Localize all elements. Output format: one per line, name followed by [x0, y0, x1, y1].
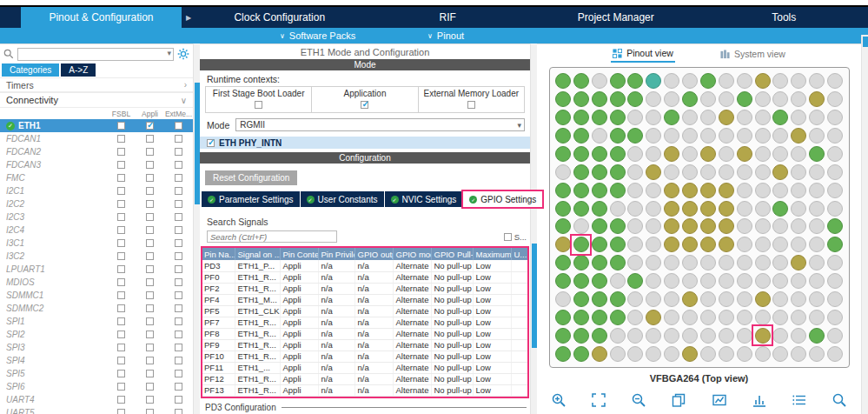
extme-checkbox-fdcan1[interactable]	[175, 135, 182, 143]
bga-pin[interactable]	[664, 255, 679, 270]
table-row-pf5[interactable]: PF5ETH1_CLKApplin/an/aAlternate ...No pu…	[202, 305, 528, 317]
bga-pin[interactable]	[791, 91, 806, 107]
bga-pin[interactable]	[573, 218, 589, 234]
tab-pinout-view[interactable]: Pinout view	[611, 45, 675, 63]
bga-pin[interactable]	[700, 310, 716, 325]
bga-pin[interactable]	[791, 201, 806, 217]
bga-pin[interactable]	[700, 328, 716, 344]
bga-pin[interactable]	[592, 310, 607, 325]
config-tab-parameter-settings[interactable]: ✓Parameter Settings	[202, 191, 300, 207]
nav-tab-rif[interactable]: RIF	[364, 7, 533, 28]
bga-pin[interactable]	[737, 237, 752, 252]
bga-pin[interactable]	[592, 110, 607, 125]
bga-pin[interactable]	[827, 128, 843, 144]
bga-pin[interactable]	[646, 128, 661, 144]
bga-pin[interactable]	[827, 91, 843, 107]
bga-pin[interactable]	[700, 164, 716, 180]
sidebar-item-i2c4[interactable]: I2C4	[0, 224, 193, 237]
extme-checkbox-i2c4[interactable]	[175, 226, 182, 234]
fsbl-checkbox-fdcan2[interactable]	[117, 148, 125, 156]
bga-pin[interactable]	[573, 346, 589, 362]
bga-pin[interactable]	[610, 237, 626, 252]
table-row-pf12[interactable]: PF12ETH1_R...Applin/an/aAlternate ...No …	[202, 373, 528, 384]
bga-pin[interactable]	[646, 164, 661, 180]
bga-pin[interactable]	[772, 201, 788, 217]
bga-pin[interactable]	[772, 310, 788, 325]
bga-pin[interactable]	[627, 346, 643, 362]
sidebar-item-fdcan2[interactable]: FDCAN2	[0, 145, 193, 158]
appli-checkbox-fmc[interactable]	[146, 174, 154, 182]
middle-scrollbar[interactable]	[530, 43, 537, 414]
config-tab-gpio-settings[interactable]: ✓GPIO Settings	[463, 191, 542, 207]
bga-pin[interactable]	[809, 237, 825, 252]
sidebar-item-fdcan1[interactable]: FDCAN1	[0, 132, 193, 145]
bga-pin[interactable]	[682, 91, 698, 107]
bga-pin[interactable]	[664, 128, 679, 144]
bga-pin[interactable]	[573, 146, 589, 162]
bga-pin[interactable]	[646, 183, 661, 198]
sidebar-item-spi3[interactable]: SPI3	[0, 341, 193, 354]
bga-pin[interactable]	[755, 273, 771, 289]
fsbl-checkbox-fdcan3[interactable]	[117, 161, 125, 169]
bga-pin[interactable]	[555, 218, 571, 234]
extme-checkbox-eth1[interactable]	[175, 122, 182, 130]
extme-checkbox-i2c3[interactable]	[175, 213, 182, 221]
bga-pin[interactable]	[682, 110, 698, 125]
copy-view-icon[interactable]	[669, 391, 688, 410]
bga-pin[interactable]	[791, 291, 806, 307]
bga-pin[interactable]	[719, 218, 734, 234]
bga-pin[interactable]	[610, 73, 626, 89]
reset-configuration-button[interactable]: Reset Configuration	[205, 170, 297, 185]
bga-pin[interactable]	[772, 110, 788, 125]
bga-pin[interactable]	[791, 183, 806, 198]
tab-a-to-z[interactable]: A->Z	[61, 63, 96, 77]
sidebar-item-uart5[interactable]: UART5	[0, 406, 193, 414]
bga-pin[interactable]	[737, 291, 752, 307]
bga-pin[interactable]	[755, 110, 771, 125]
extme-checkbox-spi1[interactable]	[175, 317, 182, 325]
extme-checkbox-spi5[interactable]	[175, 370, 182, 377]
bga-pin[interactable]	[627, 73, 643, 89]
bga-pin[interactable]	[646, 146, 661, 162]
bga-pin[interactable]	[664, 91, 679, 107]
bga-pin[interactable]	[682, 201, 698, 217]
bga-pin[interactable]	[827, 218, 843, 234]
bga-pin[interactable]	[719, 128, 734, 144]
bga-pin[interactable]	[791, 237, 806, 252]
bga-pin[interactable]	[719, 273, 734, 289]
appli-checkbox-spi2[interactable]	[146, 331, 154, 338]
bga-pin[interactable]	[682, 273, 698, 289]
bga-pin[interactable]	[610, 164, 626, 180]
bga-pin[interactable]	[737, 201, 752, 217]
extme-checkbox-uart4[interactable]	[175, 396, 182, 404]
config-tab-user-constants[interactable]: ✓User Constants	[301, 191, 384, 207]
sidebar-item-lpuart1[interactable]: LPUART1	[0, 263, 193, 276]
software-packs-menu[interactable]: ∨ Software Packs	[280, 28, 355, 43]
bga-pin[interactable]	[592, 273, 607, 289]
bga-pin[interactable]	[791, 346, 806, 362]
bga-pin[interactable]	[627, 183, 643, 198]
context-checkbox-first-stage-boot-loader[interactable]	[255, 101, 262, 109]
bga-pin[interactable]	[700, 237, 716, 252]
bga-pin[interactable]	[755, 328, 771, 344]
table-row-pf13[interactable]: PF13ETH1_R...Applin/an/aAlternate ...No …	[202, 384, 528, 396]
bga-pin[interactable]	[772, 237, 788, 252]
column-header-u[interactable]: U...	[511, 248, 528, 260]
bga-pin[interactable]	[555, 164, 571, 180]
bga-pin[interactable]	[737, 110, 752, 125]
fsbl-checkbox-i3c2[interactable]	[117, 252, 125, 260]
bga-pin[interactable]	[682, 128, 698, 144]
bga-pin[interactable]	[809, 146, 825, 162]
sidebar-item-i2c2[interactable]: I2C2	[0, 197, 193, 210]
fsbl-checkbox-sdmmc2[interactable]	[117, 304, 125, 312]
bga-pin[interactable]	[827, 328, 843, 344]
zoom-in-icon[interactable]	[549, 391, 568, 410]
bga-pin[interactable]	[772, 291, 788, 307]
bga-pin[interactable]	[627, 218, 643, 234]
column-header-gpio-mode[interactable]: GPIO mode	[393, 248, 431, 260]
bga-pin[interactable]	[809, 183, 825, 198]
bga-pin[interactable]	[700, 273, 716, 289]
extme-checkbox-uart5[interactable]	[175, 409, 182, 414]
bga-pin[interactable]	[737, 183, 752, 198]
column-header-pin-conte[interactable]: Pin Conte...	[280, 248, 318, 260]
